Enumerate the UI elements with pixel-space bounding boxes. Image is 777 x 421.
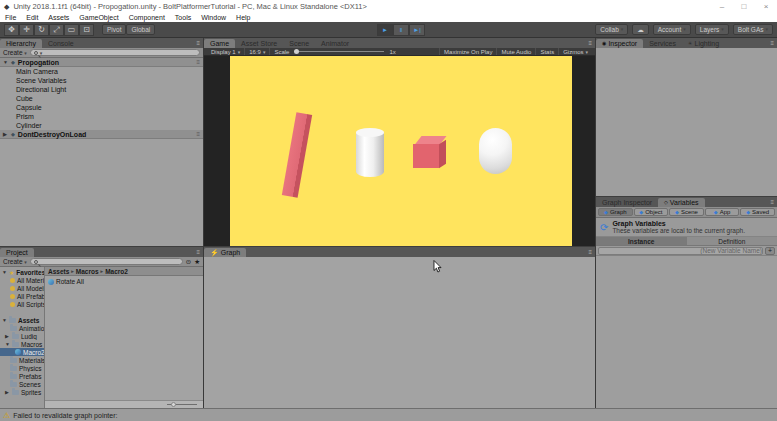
play-button[interactable]: ►: [377, 24, 393, 36]
folder-animations[interactable]: Animations: [0, 324, 44, 332]
folder-materials[interactable]: Materials: [0, 356, 44, 364]
menu-help[interactable]: Help: [236, 14, 250, 21]
hierarchy-item-prism[interactable]: Prism: [0, 112, 203, 121]
tab-asset-store[interactable]: Asset Store: [235, 39, 283, 48]
menu-window[interactable]: Window: [201, 14, 226, 21]
scene-options-icon[interactable]: ≡: [196, 59, 203, 65]
folder-prefabs[interactable]: Prefabs: [0, 372, 44, 380]
account-dropdown[interactable]: Account ▾: [653, 24, 691, 35]
hierarchy-item-main-camera[interactable]: Main Camera: [0, 67, 203, 76]
favorite-all-prefabs[interactable]: All Prefabs: [0, 292, 44, 300]
asset-macro2-selected[interactable]: Macro2: [0, 348, 44, 356]
scene-options-icon[interactable]: ≡: [196, 131, 203, 137]
folder-macros[interactable]: ▼Macros: [0, 340, 44, 348]
layers-dropdown[interactable]: Layers ▾: [695, 24, 729, 35]
menu-file[interactable]: File: [5, 14, 16, 21]
tab-lighting[interactable]: ☀ Lighting: [682, 39, 725, 48]
graph-canvas[interactable]: [204, 257, 595, 408]
foldout-open-icon[interactable]: ▼: [5, 341, 10, 347]
panel-menu-icon[interactable]: ≡: [193, 39, 203, 48]
move-tool-icon[interactable]: ✛: [19, 24, 34, 36]
menu-gameobject[interactable]: GameObject: [79, 14, 118, 21]
tab-hierarchy[interactable]: Hierarchy: [0, 39, 42, 48]
display-dropdown[interactable]: Display 1 ▾: [207, 48, 245, 55]
kind-graph-button[interactable]: ◆Graph: [598, 208, 633, 216]
tab-graph-inspector[interactable]: Graph Inspector: [596, 198, 658, 207]
kind-object-button[interactable]: ◆Object: [634, 208, 669, 216]
global-toggle[interactable]: Global: [126, 24, 155, 35]
create-dropdown[interactable]: Create ▾: [3, 49, 27, 56]
stats-toggle[interactable]: Stats: [535, 48, 558, 55]
hierarchy-item-cylinder[interactable]: Cylinder: [0, 121, 203, 130]
favorite-all-models[interactable]: All Models: [0, 284, 44, 292]
layout-dropdown[interactable]: Bolt GAs ▾: [733, 24, 773, 35]
step-button[interactable]: ►|: [409, 24, 425, 36]
breadcrumb-assets[interactable]: Assets: [48, 268, 69, 275]
search-by-label-icon[interactable]: ★: [194, 258, 200, 266]
asset-rotate-all[interactable]: Rotate All: [48, 278, 200, 285]
close-button[interactable]: ×: [755, 0, 777, 13]
assets-root[interactable]: ▼ Assets: [0, 316, 44, 324]
favorite-all-scripts[interactable]: All Scripts: [0, 300, 44, 308]
foldout-open-icon[interactable]: ▼: [3, 59, 8, 65]
folder-ludiq[interactable]: ▶Ludiq: [0, 332, 44, 340]
scale-slider[interactable]: [294, 51, 384, 52]
panel-menu-icon[interactable]: ≡: [585, 248, 595, 257]
kind-saved-button[interactable]: ◆Saved: [740, 208, 775, 216]
menu-component[interactable]: Component: [129, 14, 165, 21]
menu-tools[interactable]: Tools: [175, 14, 191, 21]
collab-dropdown[interactable]: Collab ▾: [595, 24, 628, 35]
mute-audio-toggle[interactable]: Mute Audio: [496, 48, 535, 55]
slider-knob[interactable]: [294, 49, 299, 54]
tab-project[interactable]: Project: [0, 248, 34, 257]
status-bar[interactable]: ⚠ Failed to revalidate graph pointer:: [0, 408, 777, 421]
transform-tool-icon[interactable]: ⊡: [79, 24, 94, 36]
new-variable-input[interactable]: [598, 247, 763, 255]
folder-scenes[interactable]: Scenes: [0, 380, 44, 388]
panel-menu-icon[interactable]: ≡: [585, 39, 595, 48]
rotate-tool-icon[interactable]: ↻: [34, 24, 49, 36]
hand-tool-icon[interactable]: ✥: [4, 24, 19, 36]
kind-scene-button[interactable]: ◆Scene: [669, 208, 704, 216]
pivot-toggle[interactable]: Pivot: [102, 24, 126, 35]
hierarchy-item-directional-light[interactable]: Directional Light: [0, 85, 203, 94]
menu-edit[interactable]: Edit: [26, 14, 38, 21]
hierarchy-item-capsule[interactable]: Capsule: [0, 103, 203, 112]
slider-knob[interactable]: [171, 402, 176, 407]
folder-sprites[interactable]: ▶Sprites: [0, 388, 44, 396]
hierarchy-item-scene-variables[interactable]: Scene Variables: [0, 76, 203, 85]
tab-variables[interactable]: ◇ Variables: [658, 198, 705, 207]
panel-menu-icon[interactable]: ≡: [767, 39, 777, 48]
folder-physics[interactable]: Physics: [0, 364, 44, 372]
hierarchy-search-input[interactable]: ▾: [30, 49, 200, 56]
project-search-input[interactable]: [30, 258, 183, 265]
foldout-closed-icon[interactable]: ▶: [3, 131, 8, 137]
tab-animator[interactable]: Animator: [315, 39, 355, 48]
foldout-closed-icon[interactable]: ▶: [5, 389, 10, 395]
favorite-all-materials[interactable]: All Materials: [0, 276, 44, 284]
minimize-button[interactable]: –: [711, 0, 733, 13]
foldout-open-icon[interactable]: ▼: [2, 269, 7, 275]
aspect-dropdown[interactable]: 16:9 ▾: [245, 48, 270, 55]
subtab-definition[interactable]: Definition: [687, 237, 777, 245]
cloud-button[interactable]: ☁: [632, 24, 649, 35]
tab-console[interactable]: Console: [42, 39, 80, 48]
tab-game[interactable]: Game: [204, 39, 235, 48]
kind-app-button[interactable]: ◆App: [705, 208, 740, 216]
breadcrumb-macro2[interactable]: Macro2: [105, 268, 128, 275]
pause-button[interactable]: ‖: [393, 24, 409, 36]
tab-inspector[interactable]: ◉ Inspector: [596, 39, 643, 48]
tab-graph[interactable]: ⚡ Graph: [204, 248, 246, 257]
tab-scene[interactable]: Scene: [283, 39, 315, 48]
rect-tool-icon[interactable]: ▭: [64, 24, 79, 36]
menu-assets[interactable]: Assets: [48, 14, 69, 21]
scene-row-propogation[interactable]: ▼ ◆ Propogation ≡: [0, 58, 203, 67]
scale-tool-icon[interactable]: ⤢: [49, 24, 64, 36]
subtab-instance[interactable]: Instance: [596, 237, 687, 245]
search-by-type-icon[interactable]: ⊙: [186, 258, 191, 266]
scene-row-dontdestroyonload[interactable]: ▶ ◆ DontDestroyOnLoad ≡: [0, 130, 203, 139]
panel-menu-icon[interactable]: ≡: [193, 248, 203, 257]
foldout-closed-icon[interactable]: ▶: [5, 333, 10, 339]
project-create-dropdown[interactable]: Create ▾: [3, 258, 27, 265]
favorites-root[interactable]: ▼ ★ Favorites: [0, 268, 44, 276]
